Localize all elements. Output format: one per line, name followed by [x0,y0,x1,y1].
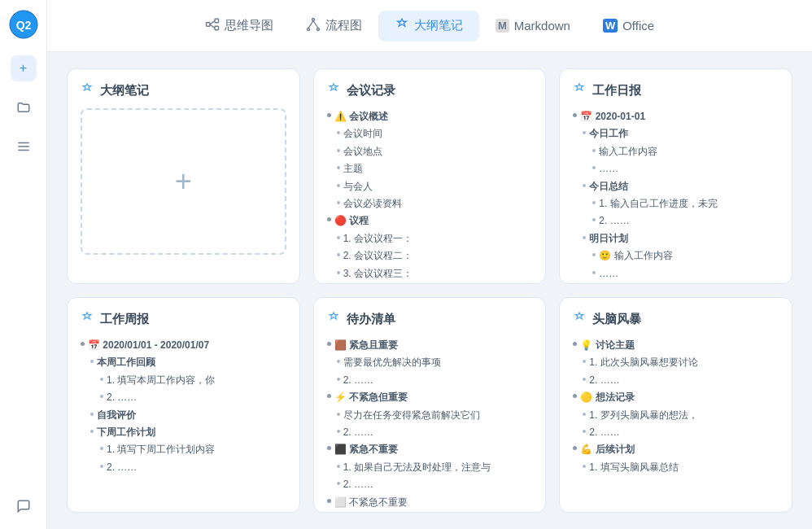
bullet-dot-sm [583,131,586,134]
bullet-dot-sm [583,465,586,468]
card-daily: 工作日报 📅 2020-01-01 今日工作 输入工作内容 …… [559,68,792,284]
card-todo-header: 待办清单 [327,311,533,327]
list-item: 🙂 输入工作内容 [573,247,779,264]
bullet-dot [327,499,331,503]
svg-rect-7 [215,26,219,30]
bullet-dot-sm [337,430,340,433]
flowchart-icon [306,17,321,35]
bullet-dot-sm [337,360,340,363]
blank-card-add[interactable]: + [81,108,286,255]
list-item: 与会人 [327,178,533,195]
bullet-dot-sm [337,271,340,274]
list-item: …… [573,265,779,282]
card-weekly-content: 📅 2020/01/01 - 2020/01/07 本周工作回顾 1. 填写本周… [81,337,286,475]
bullet-dot-sm [592,201,596,204]
bullet-dot-sm [337,253,340,256]
list-item: 下周工作计划 [81,424,286,440]
list-item: 今日工作 [573,125,779,142]
svg-line-8 [210,20,215,24]
card-brainstorm-icon [573,311,586,327]
list-item: 🔵 讨论 [327,282,533,284]
list-item: 3. 会议议程三： [327,265,533,282]
list-item: 明日计划 [573,230,779,247]
bullet-dot-sm [592,166,596,169]
bullet-dot-sm [337,184,340,187]
bullet-dot [327,446,331,450]
main-content: 思维导图 流程图 大纲笔记 M Markdown W [47,0,812,529]
office-icon: W [603,19,618,33]
list-item: 2. …… [327,372,533,388]
nav-office[interactable]: W Office [587,12,670,39]
plus-icon: + [175,164,192,199]
card-meeting-title: 会议记录 [347,83,395,98]
nav-markdown[interactable]: M Markdown [479,12,587,39]
list-item: 输入工作内容 [573,143,779,160]
list-item: 2. …… [327,424,533,440]
bullet-dot-sm [337,482,340,485]
bullet-dot-sm [337,236,340,239]
list-item: 会议地点 [327,143,533,160]
mindmap-icon [205,17,220,35]
bullet-dot [573,446,577,450]
list-item: 🟡 想法记录 [573,389,779,405]
add-icon[interactable]: + [11,55,37,81]
card-meeting: 会议记录 ⚠️ 会议概述 会议时间 会议地点 主题 [313,68,547,284]
list-item: 📅 2020-01-01 [573,108,779,125]
list-item: ⬛ 紧急不重要 [327,441,533,457]
list-item: 2. …… [573,372,779,388]
card-todo-content: 🟫 紧急且重要 需要最优先解决的事项 2. …… ⚡ 不紧急但重要 尽力在任务变… [327,337,533,510]
card-meeting-header: 会议记录 [327,82,533,98]
list-item: 2. …… [573,212,779,229]
bullet-dot-sm [100,395,103,398]
nav-outline-label: 大纲笔记 [414,18,463,33]
nav-outline[interactable]: 大纲笔记 [378,11,479,42]
list-item: 本周工作回顾 [81,354,286,370]
bullet-dot-sm [592,218,596,221]
list-item: 1. 填写头脑风暴总结 [573,459,779,475]
list-item: 1. 输入自己工作进度，未完 [573,195,779,212]
list-item: 会议时间 [327,125,533,142]
nav-mindmap[interactable]: 思维导图 [189,11,290,42]
list-item: 1. 如果自己无法及时处理，注意与 [327,459,533,475]
bullet-dot-sm [337,413,340,416]
list-item: 💡 讨论主题 [573,337,779,353]
list-icon[interactable] [11,133,37,160]
card-daily-content: 📅 2020-01-01 今日工作 输入工作内容 …… 今日总结 [573,108,779,282]
bullet-dot-sm [583,360,586,363]
nav-mindmap-label: 思维导图 [225,18,273,33]
list-item: 今日总结 [573,178,779,195]
card-todo-title: 待办清单 [347,312,395,327]
card-outline-header: 大纲笔记 [81,82,286,98]
list-item: 💪 后续计划 [573,441,779,457]
bullet-dot-sm [592,271,596,274]
chat-icon[interactable] [11,493,37,519]
bullet-dot-sm [90,413,94,416]
bullet-dot [573,342,577,346]
folder-icon[interactable] [11,94,37,120]
card-daily-header: 工作日报 [573,82,779,98]
card-brainstorm-header: 头脑风暴 [573,311,779,327]
bullet-dot-sm [592,149,596,152]
list-item: 2. …… [573,424,779,440]
nav-flowchart[interactable]: 流程图 [290,11,378,42]
list-item: 🔴 议程 [327,212,533,229]
svg-rect-6 [215,19,219,23]
list-item: 1. 会议议程一： [327,230,533,247]
card-weekly: 工作周报 📅 2020/01/01 - 2020/01/07 本周工作回顾 1.… [67,297,300,513]
bullet-dot-sm [337,378,340,381]
card-weekly-header: 工作周报 [81,311,286,327]
card-weekly-title: 工作周报 [100,312,149,327]
bullet-dot [327,217,331,221]
list-item: …… [573,160,779,177]
bullet-dot [327,394,331,398]
bullet-dot-sm [90,430,94,433]
card-todo-icon [327,311,340,327]
list-item: 🟫 紧急且重要 [327,337,533,353]
bullet-dot-sm [337,201,340,204]
card-brainstorm-content: 💡 讨论主题 1. 此次头脑风暴想要讨论 2. …… 🟡 想法记录 1. 罗列头… [573,337,779,475]
list-item: ⬜ 不紧急不重要 [327,494,533,510]
list-item: 1. 填写本周工作内容，你 [81,372,286,388]
card-outline-note: 大纲笔记 + [67,68,300,284]
list-item: 1. 此次头脑风暴想要讨论 [573,354,779,370]
outline-icon [395,17,409,35]
